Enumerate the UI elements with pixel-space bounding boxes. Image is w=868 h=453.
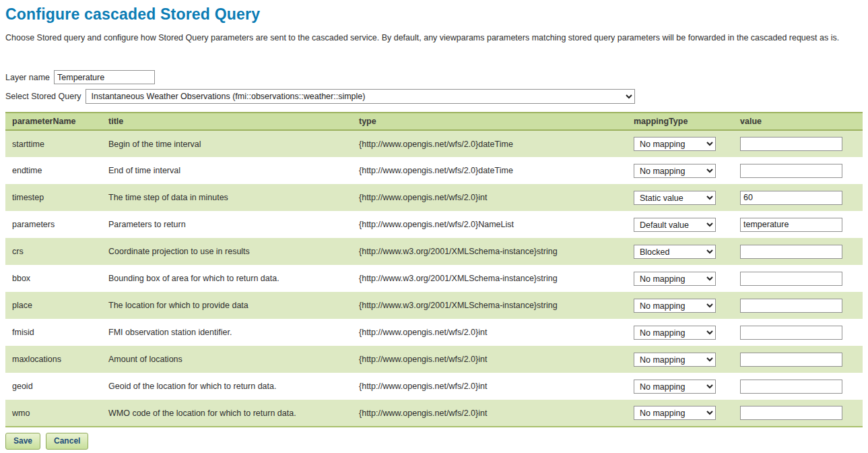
cell-parameter-name: geoid	[5, 373, 102, 400]
value-input[interactable]	[740, 272, 842, 286]
page-title: Configure cascaded Stored Query	[5, 5, 863, 24]
cell-parameter-name: fmisid	[5, 319, 102, 346]
cell-parameter-name: bbox	[5, 265, 102, 292]
mapping-type-select[interactable]: No mapping	[634, 406, 716, 420]
param-table-body: starttime Begin of the time interval {ht…	[5, 130, 863, 427]
cell-type: {http://www.opengis.net/wfs/2.0}dateTime	[352, 130, 627, 157]
cell-title: WMO code of the location for which to re…	[102, 400, 352, 427]
stored-query-label: Select Stored Query	[5, 92, 81, 101]
cell-type: {http://www.w3.org/2001/XMLSchema-instan…	[352, 238, 627, 265]
mapping-type-select[interactable]: No mapping	[634, 380, 716, 394]
column-header-value: value	[733, 113, 863, 130]
mapping-type-select[interactable]: Static value	[634, 191, 716, 205]
table-row: geoid Geoid of the location for which to…	[5, 373, 863, 400]
cell-title: The location for which to provide data	[102, 292, 352, 319]
table-row: maxlocations Amount of locations {http:/…	[5, 346, 863, 373]
cell-title: Bounding box of area for which to return…	[102, 265, 352, 292]
column-header-mapping-type: mappingType	[627, 113, 733, 130]
cell-title: Geoid of the location for which to retur…	[102, 373, 352, 400]
parameter-mapping-table: parameterName title type mappingType val…	[5, 112, 863, 427]
table-row: endtime End of time interval {http://www…	[5, 157, 863, 184]
cell-parameter-name: wmo	[5, 400, 102, 427]
cell-parameter-name: parameters	[5, 211, 102, 238]
stored-query-select[interactable]: Instantaneous Weather Observations (fmi:…	[86, 89, 635, 104]
cell-parameter-name: crs	[5, 238, 102, 265]
table-row: crs Coordinate projection to use in resu…	[5, 238, 863, 265]
value-input[interactable]	[740, 245, 842, 259]
mapping-type-select[interactable]: No mapping	[634, 299, 716, 313]
mapping-type-select[interactable]: No mapping	[634, 137, 716, 151]
value-input[interactable]	[740, 326, 842, 340]
cell-parameter-name: place	[5, 292, 102, 319]
table-row: place The location for which to provide …	[5, 292, 863, 319]
save-button[interactable]: Save	[5, 433, 40, 450]
layer-name-label: Layer name	[5, 73, 50, 82]
mapping-type-select[interactable]: No mapping	[634, 272, 716, 286]
table-row: fmisid FMI observation station identifie…	[5, 319, 863, 346]
cell-type: {http://www.w3.org/2001/XMLSchema-instan…	[352, 292, 627, 319]
table-header: parameterName title type mappingType val…	[5, 113, 863, 130]
mapping-type-select[interactable]: Default value	[634, 218, 716, 232]
value-input[interactable]	[740, 164, 842, 178]
cell-type: {http://www.opengis.net/wfs/2.0}int	[352, 400, 627, 427]
cell-type: {http://www.opengis.net/wfs/2.0}dateTime	[352, 157, 627, 184]
cell-type: {http://www.opengis.net/wfs/2.0}NameList	[352, 211, 627, 238]
configure-stored-query-page: Configure cascaded Stored Query Choose S…	[0, 0, 868, 450]
cell-title: The time step of data in minutes	[102, 184, 352, 211]
page-description: Choose Stored query and configure how St…	[5, 32, 863, 44]
value-input[interactable]	[740, 353, 842, 367]
value-input[interactable]	[740, 299, 842, 313]
mapping-type-select[interactable]: No mapping	[634, 326, 716, 340]
value-input[interactable]	[740, 380, 842, 394]
mapping-type-select[interactable]: No mapping	[634, 164, 716, 178]
column-header-type: type	[352, 113, 627, 130]
action-buttons: Save Cancel	[5, 433, 863, 450]
cell-title: End of time interval	[102, 157, 352, 184]
cell-title: Coordinate projection to use in results	[102, 238, 352, 265]
cell-parameter-name: endtime	[5, 157, 102, 184]
value-input[interactable]	[740, 218, 842, 232]
cell-type: {http://www.w3.org/2001/XMLSchema-instan…	[352, 265, 627, 292]
cell-type: {http://www.opengis.net/wfs/2.0}int	[352, 184, 627, 211]
column-header-title: title	[102, 113, 352, 130]
stored-query-row: Select Stored Query Instantaneous Weathe…	[5, 89, 863, 104]
cell-title: Parameters to return	[102, 211, 352, 238]
cell-parameter-name: timestep	[5, 184, 102, 211]
cell-parameter-name: starttime	[5, 130, 102, 157]
layer-name-input[interactable]	[54, 70, 155, 84]
column-header-parameter-name: parameterName	[5, 113, 102, 130]
table-row: timestep The time step of data in minute…	[5, 184, 863, 211]
layer-name-row: Layer name	[5, 70, 863, 84]
table-row: starttime Begin of the time interval {ht…	[5, 130, 863, 157]
cell-title: Begin of the time interval	[102, 130, 352, 157]
table-row: parameters Parameters to return {http://…	[5, 211, 863, 238]
cell-type: {http://www.opengis.net/wfs/2.0}int	[352, 346, 627, 373]
table-row: wmo WMO code of the location for which t…	[5, 400, 863, 427]
cell-title: Amount of locations	[102, 346, 352, 373]
mapping-type-select[interactable]: Blocked	[634, 245, 716, 259]
value-input[interactable]	[740, 137, 842, 151]
table-row: bbox Bounding box of area for which to r…	[5, 265, 863, 292]
cell-title: FMI observation station identifier.	[102, 319, 352, 346]
cell-type: {http://www.opengis.net/wfs/2.0}int	[352, 373, 627, 400]
mapping-type-select[interactable]: No mapping	[634, 353, 716, 367]
value-input[interactable]	[740, 191, 842, 205]
cell-type: {http://www.opengis.net/wfs/2.0}int	[352, 319, 627, 346]
value-input[interactable]	[740, 406, 842, 420]
cell-parameter-name: maxlocations	[5, 346, 102, 373]
cancel-button[interactable]: Cancel	[46, 433, 88, 450]
